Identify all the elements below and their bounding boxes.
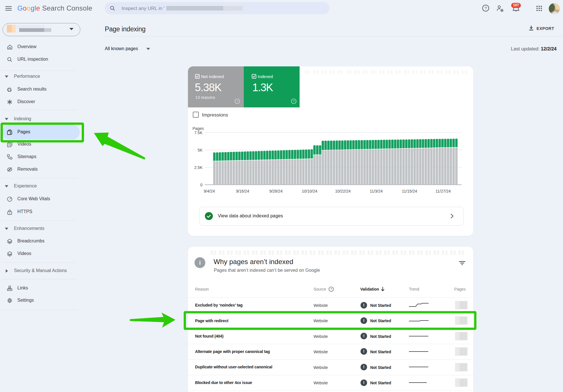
svg-text:?: ? bbox=[484, 6, 487, 11]
svg-text:?: ? bbox=[330, 287, 332, 291]
